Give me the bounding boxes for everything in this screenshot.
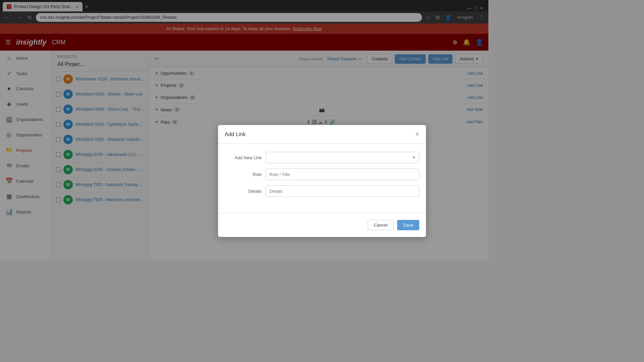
modal-header: Add Link × — [218, 125, 426, 144]
add-new-link-select[interactable]: Contact Lead Organization Opportunity Pr… — [266, 152, 419, 163]
save-button[interactable]: Save — [397, 220, 419, 230]
modal-divider — [218, 213, 426, 213]
add-new-link-row: Add New Link Contact Lead Organization O… — [225, 152, 419, 163]
modal-body: Add New Link Contact Lead Organization O… — [218, 144, 426, 210]
role-label: Role — [225, 172, 262, 177]
add-new-link-label: Add New Link — [225, 155, 262, 160]
modal-overlay[interactable]: Add Link × Add New Link Contact Lead Org… — [0, 0, 488, 274]
add-new-link-select-wrapper: Contact Lead Organization Opportunity Pr… — [266, 152, 419, 163]
role-row: Role — [225, 169, 419, 180]
add-link-modal: Add Link × Add New Link Contact Lead Org… — [218, 125, 426, 237]
modal-title: Add Link — [225, 131, 246, 137]
role-input[interactable] — [266, 169, 419, 180]
details-label: Details — [225, 189, 262, 194]
details-input[interactable] — [266, 185, 419, 197]
modal-close-button[interactable]: × — [415, 130, 419, 138]
cancel-button[interactable]: Cancel — [368, 220, 394, 230]
modal-footer: Cancel Save — [218, 220, 426, 237]
details-row: Details — [225, 185, 419, 197]
